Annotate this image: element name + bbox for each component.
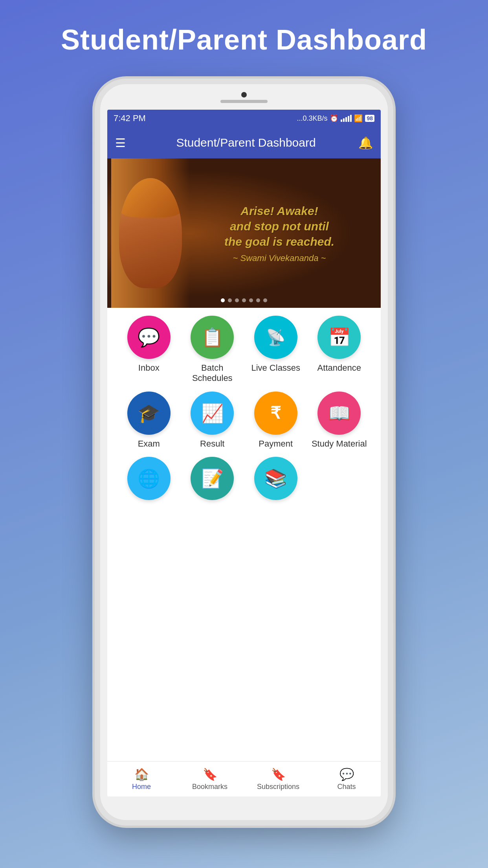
banner-quote: Arise! Awake!and stop not untilthe goal … [194, 203, 365, 249]
signal-bars [341, 115, 352, 122]
exam-icon-circle: 🎓 [127, 392, 171, 435]
grid-item-payment[interactable]: ₹ Payment [246, 392, 306, 449]
bookmarks-nav-label: Bookmarks [192, 783, 227, 791]
notes-icon-circle: 📝 [191, 457, 234, 500]
exam-icon: 🎓 [138, 403, 160, 424]
status-bar: 7:42 PM ...0.3KB/s ⏰ 📶 98 [107, 110, 381, 127]
inbox-label: Inbox [138, 363, 160, 373]
nav-item-subscriptions[interactable]: 🔖 Subscriptions [244, 764, 312, 794]
banner-author: ~ Swami Vivekananda ~ [194, 253, 365, 263]
dot-5 [249, 298, 253, 302]
menu-icon[interactable]: ☰ [115, 136, 126, 150]
books-icon-circle: 📚 [254, 457, 297, 500]
dot-4 [242, 298, 246, 302]
grid-item-study-material[interactable]: 📖 Study Material [310, 392, 369, 449]
nav-item-chats[interactable]: 💬 Chats [312, 764, 381, 794]
app-bar-title: Student/Parent Dashboard [134, 136, 358, 149]
inbox-icon: 💬 [138, 327, 160, 348]
payment-icon-circle: ₹ [254, 392, 297, 435]
dot-6 [256, 298, 260, 302]
bottom-navigation: 🏠 Home 🔖 Bookmarks 🔖 Subscriptions 💬 Cha… [107, 761, 381, 796]
banner-person-image [111, 158, 190, 308]
alarm-icon: ⏰ [330, 114, 338, 123]
status-right: ...0.3KB/s ⏰ 📶 98 [297, 114, 374, 123]
battery-icon: 98 [365, 115, 374, 122]
subscriptions-nav-icon: 🔖 [271, 767, 286, 781]
batch-schedules-label: Batch Schedules [183, 363, 242, 384]
globe-icon: 🌐 [138, 468, 160, 489]
result-label: Result [200, 439, 224, 449]
person-turban [119, 178, 182, 217]
page-background-title: Student/Parent Dashboard [0, 0, 488, 72]
grid-item-notes[interactable]: 📝 [183, 457, 242, 504]
live-classes-label: Live Classes [251, 363, 300, 373]
wifi-icon: 📶 [354, 114, 363, 123]
grid-item-books[interactable]: 📚 [246, 457, 306, 504]
grid-item-inbox[interactable]: 💬 Inbox [119, 316, 179, 384]
result-icon: 📈 [201, 403, 224, 424]
inbox-icon-circle: 💬 [127, 316, 171, 359]
chats-nav-label: Chats [337, 783, 356, 791]
result-icon-circle: 📈 [191, 392, 234, 435]
person-face [119, 178, 182, 288]
grid-item-exam[interactable]: 🎓 Exam [119, 392, 179, 449]
screen-content: Arise! Awake!and stop not untilthe goal … [107, 158, 381, 761]
attendance-label: Attandence [317, 363, 361, 373]
attendance-icon-circle: 📅 [317, 316, 361, 359]
banner-text-area: Arise! Awake!and stop not untilthe goal … [186, 195, 373, 271]
banner-carousel: Arise! Awake!and stop not untilthe goal … [107, 158, 381, 308]
batch-schedules-icon-circle: 📋 [191, 316, 234, 359]
grid-item-attendance[interactable]: 📅 Attandence [310, 316, 369, 384]
notes-icon: 📝 [201, 468, 224, 489]
study-material-icon-circle: 📖 [317, 392, 361, 435]
attendance-icon: 📅 [328, 327, 350, 348]
payment-icon: ₹ [270, 403, 281, 423]
phone-top-details [220, 92, 268, 103]
phone-frame: 7:42 PM ...0.3KB/s ⏰ 📶 98 ☰ Student/Pare… [95, 79, 393, 826]
phone-camera [241, 92, 247, 97]
payment-label: Payment [259, 439, 293, 449]
icon-grid: 💬 Inbox 📋 Batch Schedules 📡 Live Classes [107, 308, 381, 512]
grid-item-batch-schedules[interactable]: 📋 Batch Schedules [183, 316, 242, 384]
chats-nav-icon: 💬 [339, 767, 354, 781]
nav-item-home[interactable]: 🏠 Home [107, 764, 176, 794]
phone-speaker [220, 100, 268, 103]
carousel-dots [221, 298, 267, 302]
live-classes-icon: 📡 [266, 328, 286, 347]
bell-icon[interactable]: 🔔 [358, 136, 373, 150]
bookmarks-nav-icon: 🔖 [203, 767, 217, 781]
dot-7 [263, 298, 267, 302]
nav-item-bookmarks[interactable]: 🔖 Bookmarks [176, 764, 244, 794]
dot-2 [228, 298, 232, 302]
subscriptions-nav-label: Subscriptions [257, 783, 299, 791]
globe-icon-circle: 🌐 [127, 457, 171, 500]
status-speed: ...0.3KB/s [297, 114, 327, 123]
home-nav-label: Home [132, 783, 151, 791]
grid-item-globe[interactable]: 🌐 [119, 457, 179, 504]
home-nav-icon: 🏠 [134, 767, 149, 781]
phone-screen: 7:42 PM ...0.3KB/s ⏰ 📶 98 ☰ Student/Pare… [107, 110, 381, 796]
dot-1 [221, 298, 225, 302]
dot-3 [235, 298, 239, 302]
status-time: 7:42 PM [114, 113, 146, 123]
grid-item-live-classes[interactable]: 📡 Live Classes [246, 316, 306, 384]
batch-schedules-icon: 📋 [201, 327, 224, 348]
books-icon: 📚 [264, 468, 287, 489]
live-classes-icon-circle: 📡 [254, 316, 297, 359]
study-material-icon: 📖 [328, 403, 350, 424]
study-material-label: Study Material [312, 439, 367, 449]
exam-label: Exam [138, 439, 160, 449]
grid-item-result[interactable]: 📈 Result [183, 392, 242, 449]
app-bar: ☰ Student/Parent Dashboard 🔔 [107, 127, 381, 158]
